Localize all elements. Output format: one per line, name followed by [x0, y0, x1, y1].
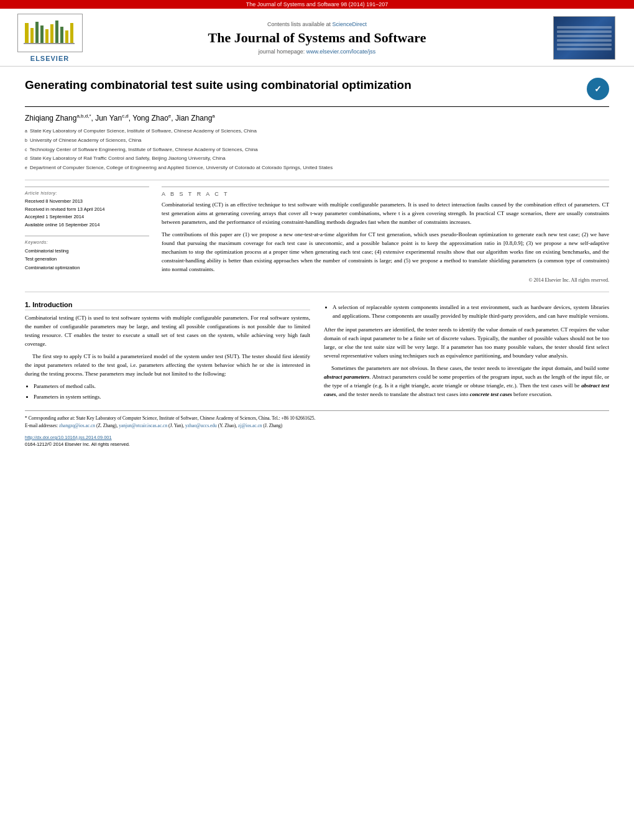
cover-line-2	[557, 30, 612, 33]
date-item: Received 8 November 2013	[25, 198, 149, 206]
affiliation-item: cTechnology Center of Software Engineeri…	[25, 146, 609, 154]
cover-line-5	[557, 44, 612, 46]
section1-para2: The first step to apply CT is to build a…	[25, 353, 310, 379]
article-info-dates: Received 8 November 2013Received in revi…	[25, 198, 149, 229]
section1-para1: Combinatorial testing (CT) is used to te…	[25, 314, 310, 349]
journal-header: ELSEVIER Contents lists available at Sci…	[0, 9, 634, 67]
article-content: Generating combinatorial test suite usin…	[0, 67, 634, 459]
elsevier-logo: ELSEVIER	[17, 14, 83, 62]
date-item: Received in revised form 13 April 2014	[25, 206, 149, 214]
keyword-item: Combinatorial testing	[25, 247, 149, 256]
bullet-item: Parameters of method calls.	[34, 382, 310, 391]
abstract-text: Combinatorial testing (CT) is an effecti…	[162, 201, 609, 274]
article-meta-row: Article history: Received 8 November 201…	[25, 187, 609, 284]
section1-right-para2: Sometimes the parameters are not obvious…	[324, 364, 609, 399]
svg-rect-1	[30, 28, 34, 43]
svg-rect-2	[35, 22, 39, 43]
homepage-label: journal homepage:	[259, 48, 305, 55]
body-col-left: 1. Introduction Combinatorial testing (C…	[25, 301, 310, 404]
affiliation-item: aState Key Laboratory of Computer Scienc…	[25, 127, 609, 136]
email-name: (J. Yan),	[167, 423, 184, 428]
author1-sup: a,b,d,*	[76, 113, 91, 119]
crossmark-badge: ✓	[587, 78, 609, 100]
journal-cover-image	[553, 16, 615, 60]
svg-rect-7	[60, 27, 63, 43]
email-name: (J. Zhang)	[262, 423, 283, 428]
aff-text: State Key Laboratory of Rail Traffic Con…	[30, 155, 226, 163]
affiliations: aState Key Laboratory of Computer Scienc…	[25, 127, 609, 180]
svg-rect-6	[55, 21, 58, 43]
aff-text: State Key Laboratory of Computer Science…	[30, 127, 257, 136]
aff-text: Technology Center of Software Engineerin…	[30, 146, 258, 154]
homepage-link[interactable]: www.elsevier.com/locate/jss	[306, 48, 376, 55]
bullet-item: Parameters in system settings.	[34, 393, 310, 402]
svg-rect-3	[40, 25, 44, 43]
footnote-star: * Corresponding author at: State Key Lab…	[25, 415, 609, 422]
date-item: Accepted 1 September 2014	[25, 213, 149, 221]
sciencedirect-link[interactable]: ScienceDirect	[333, 21, 367, 27]
journal-title: The Journal of Systems and Software	[99, 30, 535, 46]
cover-decoration	[554, 23, 615, 53]
email-name: (Z. Zhang),	[95, 423, 117, 428]
cover-line-1	[557, 26, 612, 29]
section1-content: 1. Introduction Combinatorial testing (C…	[25, 301, 609, 404]
aff-sup: b	[25, 137, 27, 145]
footnote-star-text: * Corresponding author at: State Key Lab…	[25, 415, 315, 421]
body-col-right: A selection of replaceable system compon…	[324, 301, 609, 404]
svg-rect-9	[70, 23, 73, 43]
doi-link[interactable]: http://dx.doi.org/10.1016/j.jss.2014.09.…	[25, 435, 112, 440]
elsevier-logo-area: ELSEVIER	[12, 14, 87, 62]
aff-text: Department of Computer Science, College …	[30, 164, 333, 172]
affiliation-item: dState Key Laboratory of Rail Traffic Co…	[25, 155, 609, 163]
email-link[interactable]: yzhao@uccs.edu	[185, 423, 217, 428]
cover-line-3	[557, 35, 612, 37]
elsevier-logo-image	[17, 14, 83, 52]
section-divider	[25, 292, 609, 292]
abstract-copyright: © 2014 Elsevier Inc. All rights reserved…	[162, 277, 609, 283]
svg-rect-8	[65, 30, 68, 43]
email-link[interactable]: zj@ios.ac.cn	[238, 423, 262, 428]
article-title: Generating combinatorial test suite usin…	[25, 78, 587, 93]
author3-name: , Yong Zhao	[129, 114, 168, 122]
affiliation-item: eDepartment of Computer Science, College…	[25, 164, 609, 172]
abstract-column: A B S T R A C T Combinatorial testing (C…	[162, 187, 609, 284]
keywords-list: Combinatorial testingTest generationComb…	[25, 247, 149, 272]
cover-line-6	[557, 48, 612, 50]
email-link[interactable]: yanjun@otcair.iscas.ac.cn	[119, 423, 167, 428]
abstract-header: A B S T R A C T	[162, 187, 609, 197]
keyword-item: Combinatorial optimization	[25, 264, 149, 272]
authors-line: Zhiqiang Zhanga,b,d,*, Jun Yanc,d, Yong …	[25, 113, 609, 122]
sciencedirect-line: Contents lists available at ScienceDirec…	[99, 21, 535, 27]
abstract-para2: The contributions of this paper are (1) …	[162, 231, 609, 274]
top-bar-text: The Journal of Systems and Software 98 (…	[246, 1, 388, 7]
article-info-label: Article history:	[25, 191, 149, 195]
cover-line-4	[557, 39, 612, 42]
journal-homepage-line: journal homepage: www.elsevier.com/locat…	[99, 48, 535, 55]
author4-sup: a	[212, 113, 214, 119]
section1-right-text: A selection of replaceable system compon…	[324, 303, 609, 399]
concrete-test-cases-label: concrete test cases	[470, 391, 512, 397]
section1-left-text: Combinatorial testing (CT) is used to te…	[25, 314, 310, 401]
abstract-para1: Combinatorial testing (CT) is an effecti…	[162, 201, 609, 227]
journal-cover-area	[547, 16, 622, 60]
bottom-footer-copyright: 0164-1212/© 2014 Elsevier Inc. All right…	[25, 441, 609, 447]
aff-sup: a	[25, 127, 27, 136]
section1-heading: 1. Introduction	[25, 301, 310, 310]
svg-rect-10	[24, 43, 75, 44]
author2-sup: c,d	[122, 113, 129, 119]
date-item: Available online 16 September 2014	[25, 221, 149, 229]
elsevier-brand-text: ELSEVIER	[30, 55, 69, 62]
keywords-label: Keywords:	[25, 240, 149, 244]
svg-rect-0	[25, 23, 29, 43]
email-link[interactable]: zhangzq@ios.ac.cn	[59, 423, 95, 428]
aff-sup: c	[25, 146, 27, 154]
section1-right-bullet-list: A selection of replaceable system compon…	[333, 303, 609, 321]
journal-header-center: Contents lists available at ScienceDirec…	[87, 21, 547, 55]
footnote-emails: E-mail addresses: zhangzq@ios.ac.cn (Z. …	[25, 422, 609, 430]
author4-name: , Jian Zhang	[171, 114, 212, 122]
section1-right-bullet: A selection of replaceable system compon…	[333, 303, 609, 321]
abstract-test-cases-label: abstract test cases	[324, 382, 609, 397]
keywords-box: Keywords: Combinatorial testingTest gene…	[25, 236, 149, 272]
section1-right-para1: After the input parameters are identifie…	[324, 326, 609, 361]
aff-sup: e	[25, 164, 27, 172]
